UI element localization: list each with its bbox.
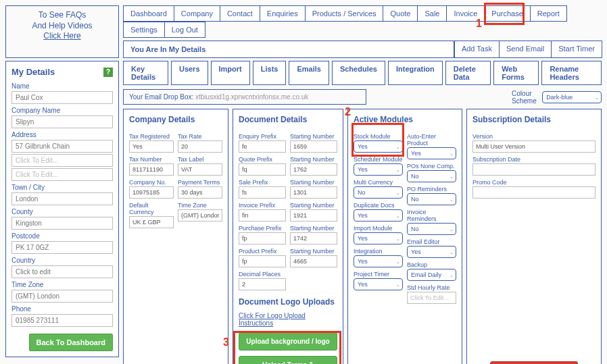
btn-start-timer[interactable]: Start Timer	[551, 41, 602, 58]
btn-back-to-dashboard[interactable]: Back To Dashboard	[29, 334, 114, 351]
nav-settings[interactable]: Settings	[123, 22, 165, 38]
inp-phone[interactable]	[11, 314, 113, 327]
btn-send-email[interactable]: Send Email	[499, 41, 552, 58]
faq-box[interactable]: To See FAQs And Help Videos Click Here	[5, 5, 119, 58]
sel-pos-none-comp[interactable]: No	[407, 170, 456, 182]
nav-quote[interactable]: Quote	[383, 5, 418, 22]
sel-import-module[interactable]: Yes	[354, 232, 403, 244]
help-icon[interactable]: ?	[103, 68, 113, 77]
inp-company-no[interactable]	[129, 186, 174, 199]
sel-multi-currency[interactable]: No	[354, 186, 403, 199]
inp-enquiry-start[interactable]	[290, 140, 337, 153]
sel-email-editor[interactable]: Yes	[407, 246, 456, 258]
panel-document-details: Document Details Enquiry Prefix Quote Pr…	[233, 109, 343, 364]
inp-name[interactable]	[11, 91, 113, 104]
inp-purchase-start[interactable]	[290, 232, 337, 244]
inp-sale-start[interactable]	[290, 186, 337, 199]
breadcrumb: You Are In My Details	[123, 41, 454, 58]
inp-payment-terms[interactable]	[178, 186, 222, 199]
inp-sale-prefix[interactable]	[239, 186, 286, 199]
nav-report[interactable]: Report	[530, 5, 567, 22]
nav-logout[interactable]: Log Out	[164, 22, 205, 38]
inp-product-start[interactable]	[290, 255, 337, 267]
tab-delete-data[interactable]: Delete Data	[445, 61, 491, 85]
inp-quote-prefix[interactable]	[239, 163, 286, 176]
inp-postcode[interactable]	[11, 241, 113, 254]
inp-purchase-prefix[interactable]	[239, 232, 286, 244]
nav-enquiries[interactable]: Enquiries	[260, 5, 306, 22]
inp-tax-registered[interactable]	[129, 140, 174, 153]
nav-dashboard[interactable]: Dashboard	[123, 5, 174, 22]
lbl-postcode: Postcode	[11, 232, 113, 240]
inp-town[interactable]	[11, 192, 113, 205]
sel-backup[interactable]: Email Daily	[407, 269, 456, 281]
lbl-colour-scheme: Colour Scheme	[512, 90, 539, 105]
link-logo-instructions[interactable]: Click For Logo Upload Instructions	[239, 312, 337, 327]
sel-integration[interactable]: Yes	[354, 255, 403, 267]
inp-promo-code[interactable]	[472, 186, 596, 199]
tab-import[interactable]: Import	[211, 61, 250, 85]
nav-company[interactable]: Company	[174, 5, 220, 22]
annotation-box-2	[351, 123, 404, 157]
tab-web-forms[interactable]: Web Forms	[493, 61, 539, 85]
inp-tax-rate[interactable]	[178, 140, 222, 153]
inp-product-prefix[interactable]	[239, 255, 286, 267]
title-subscription: Subscription Details	[472, 115, 596, 124]
btn-delete-account[interactable]: Delete Account	[490, 361, 578, 364]
nav-contact[interactable]: Contact	[220, 5, 260, 22]
title-logo-uploads: Document Logo Uploads	[239, 297, 337, 307]
inp-enquiry-prefix[interactable]	[239, 140, 286, 153]
sel-colour-scheme[interactable]: Dark-blue	[542, 91, 602, 103]
sel-scheduler-module[interactable]: Yes	[354, 163, 403, 176]
inp-invoice-start[interactable]	[290, 209, 337, 222]
inp-country[interactable]	[11, 265, 113, 278]
lbl-address: Address	[11, 131, 113, 138]
inp-company[interactable]	[11, 115, 113, 128]
sidebar-my-details: My Details? Name Company Name Address To…	[5, 61, 119, 357]
lbl-name: Name	[11, 82, 113, 90]
tab-integration[interactable]: Integration	[388, 61, 443, 85]
inp-address-2[interactable]	[11, 154, 113, 167]
inp-version	[472, 140, 596, 153]
sel-invoice-reminders[interactable]: No	[407, 223, 456, 235]
inp-subscription-date[interactable]	[472, 163, 596, 176]
inp-invoice-prefix[interactable]	[239, 209, 286, 222]
tab-key-details[interactable]: Key Details	[123, 61, 168, 85]
faq-line1: To See FAQs	[10, 10, 114, 21]
inp-default-currency[interactable]	[129, 216, 174, 228]
inp-decimal-places[interactable]	[239, 278, 286, 290]
inp-tax-number[interactable]	[129, 163, 174, 176]
tab-schedules[interactable]: Schedules	[332, 61, 385, 85]
inp-quote-start[interactable]	[290, 163, 337, 176]
inp-county[interactable]	[11, 217, 113, 230]
faq-cta[interactable]: Click Here	[10, 31, 114, 42]
lbl-phone: Phone	[11, 305, 113, 313]
title-company-details: Company Details	[129, 115, 222, 124]
sel-auto-enter-product[interactable]: Yes	[407, 147, 456, 159]
faq-line2: And Help Videos	[10, 21, 114, 32]
tab-emails[interactable]: Emails	[289, 61, 329, 85]
main-nav: Dashboard Company Contact Enquiries Prod…	[123, 5, 602, 38]
annotation-box-1	[484, 3, 525, 25]
nav-sale[interactable]: Sale	[417, 5, 447, 22]
inp-address-1[interactable]	[11, 140, 113, 153]
nav-products[interactable]: Products / Services	[305, 5, 384, 22]
inp-tax-label[interactable]	[178, 163, 222, 176]
annotation-2: 2	[345, 106, 351, 118]
sel-po-reminders[interactable]: No	[407, 193, 456, 205]
sel-duplicate-docs[interactable]: Yes	[354, 209, 403, 222]
lbl-country: Country	[11, 257, 113, 264]
tab-users[interactable]: Users	[171, 61, 208, 85]
tab-rename-headers[interactable]: Rename Headers	[541, 61, 602, 85]
tab-lists[interactable]: Lists	[253, 61, 287, 85]
inp-std-hourly-rate[interactable]	[407, 292, 456, 304]
sel-project-timer[interactable]: Yes	[354, 278, 403, 290]
inp-time-zone[interactable]	[178, 209, 222, 222]
inp-timezone[interactable]	[11, 290, 113, 303]
inp-address-3[interactable]	[11, 168, 113, 181]
panel-subscription: Subscription Details Version Subscriptio…	[466, 109, 602, 364]
lbl-company: Company Name	[11, 107, 113, 114]
settings-tabs: Key Details Users Import Lists Emails Sc…	[123, 61, 602, 85]
btn-add-task[interactable]: Add Task	[454, 41, 500, 58]
title-document-details: Document Details	[239, 115, 337, 124]
